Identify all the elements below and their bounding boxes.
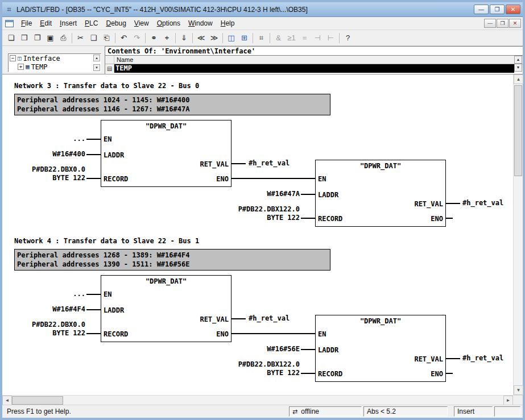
pin-ret-val: RET_VAL bbox=[414, 355, 443, 364]
minimize-button[interactable]: — bbox=[474, 5, 489, 14]
menu-insert[interactable]: Insert bbox=[56, 18, 81, 29]
open-branch-button[interactable]: ⊣ bbox=[311, 32, 324, 44]
dpwr-dat-block[interactable]: "DPWR_DAT" EN LADDR RECORD RET_VAL ENO bbox=[101, 120, 232, 187]
wire bbox=[301, 218, 315, 219]
close-button[interactable]: ✕ bbox=[506, 5, 520, 14]
goto-button[interactable]: ⌖ bbox=[160, 32, 173, 44]
new-button[interactable]: ❏ bbox=[5, 32, 18, 44]
mdi-close-button[interactable]: ✕ bbox=[509, 19, 521, 28]
network-3-comment[interactable]: Peripheral addresses 1024 - 1145: W#16#4… bbox=[14, 94, 330, 115]
fbd-editor-canvas[interactable]: Network 3 : Transfer data to Slave 22 - … bbox=[2, 74, 513, 395]
copy-button[interactable]: ❑ bbox=[87, 32, 100, 44]
context-help-button[interactable]: ? bbox=[341, 32, 354, 44]
vertical-scroll-thumb[interactable] bbox=[514, 85, 522, 176]
cut-button[interactable]: ✂ bbox=[74, 32, 87, 44]
assign-button[interactable]: = bbox=[298, 32, 311, 44]
ret-val-operand[interactable]: #h_ret_val bbox=[249, 314, 290, 323]
wire bbox=[232, 163, 246, 164]
ret-val-operand[interactable]: #h_ret_val bbox=[462, 354, 503, 363]
scroll-up-icon[interactable]: ▲ bbox=[514, 74, 523, 84]
app-window: ⌗ LAD/STL/FBD - [OB35 -- "CYC_INT5" -- 4… bbox=[0, 0, 525, 420]
menu-file[interactable]: File bbox=[17, 18, 36, 29]
close-branch-button[interactable]: ⊢ bbox=[324, 32, 337, 44]
wire bbox=[446, 358, 460, 359]
network-4-title[interactable]: Network 4 : Transfer data to Slave 22 - … bbox=[14, 237, 199, 246]
record-operand[interactable]: P#DB22.DBX0.0 BYTE 122 bbox=[17, 165, 85, 182]
help-icon: ? bbox=[346, 34, 350, 42]
dpwr-dat-block[interactable]: "DPWR_DAT" EN LADDR RECORD RET_VAL ENO bbox=[315, 160, 446, 227]
paste-icon: ⎗ bbox=[104, 34, 109, 43]
scroll-down-icon[interactable]: ▼ bbox=[514, 385, 523, 395]
scroll-left-icon[interactable]: ◄ bbox=[2, 396, 12, 405]
next-error-icon: ≫ bbox=[210, 34, 218, 42]
tree-node-temp[interactable]: + ▦ TEMP bbox=[9, 63, 101, 71]
ret-val-operand[interactable]: #h_ret_val bbox=[249, 159, 290, 168]
open-button[interactable]: ❒ bbox=[18, 32, 31, 44]
laddr-operand[interactable]: W#16#4F4 bbox=[17, 305, 85, 314]
en-operand[interactable]: ... bbox=[17, 135, 85, 143]
open-online-button[interactable]: ❐ bbox=[31, 32, 44, 44]
laddr-operand[interactable]: W#16#400 bbox=[17, 150, 85, 159]
next-error-button[interactable]: ≫ bbox=[208, 32, 221, 44]
tree-scroll-up-icon[interactable]: ▲ bbox=[93, 55, 100, 61]
network-4-comment[interactable]: Peripheral addresses 1268 - 1389: W#16#4… bbox=[14, 249, 330, 271]
monitor-button[interactable]: ⚭ bbox=[147, 32, 160, 44]
menu-options[interactable]: Options bbox=[153, 18, 184, 29]
table-row[interactable]: ▤ TEMP bbox=[105, 64, 523, 73]
expand-icon[interactable]: + bbox=[18, 64, 24, 70]
menu-help[interactable]: Help bbox=[217, 18, 239, 29]
save-icon: ▣ bbox=[47, 34, 53, 42]
record-operand[interactable]: P#DB22.DBX122.0 BYTE 122 bbox=[220, 360, 300, 377]
laddr-operand[interactable]: W#16#56E bbox=[230, 345, 300, 354]
record-operand[interactable]: P#DB22.DBX122.0 BYTE 122 bbox=[220, 205, 300, 222]
table-scroll-up-icon[interactable]: ▲ bbox=[514, 56, 522, 64]
and-box-button[interactable]: & bbox=[272, 32, 285, 44]
collapse-icon[interactable]: − bbox=[10, 55, 16, 61]
wire bbox=[86, 309, 101, 310]
mdi-document-icon[interactable] bbox=[5, 20, 14, 27]
scroll-right-icon[interactable]: ► bbox=[503, 396, 513, 405]
horizontal-scroll-thumb[interactable] bbox=[12, 396, 63, 405]
vertical-scrollbar[interactable]: ▲ ▼ bbox=[513, 74, 523, 395]
interface-icon: ◫ bbox=[18, 55, 22, 62]
menu-debug[interactable]: Debug bbox=[102, 18, 130, 29]
network-button[interactable]: ⌗ bbox=[255, 32, 268, 44]
download-button[interactable]: ⇓ bbox=[177, 32, 191, 44]
network-3-title[interactable]: Network 3 : Transfer data to Slave 22 - … bbox=[14, 82, 199, 90]
mdi-restore-button[interactable]: ❐ bbox=[497, 19, 509, 28]
temp-row-value[interactable]: TEMP bbox=[114, 64, 514, 73]
menu-plc[interactable]: PLC bbox=[81, 18, 102, 29]
en-operand[interactable]: ... bbox=[17, 290, 85, 298]
or-box-button[interactable]: ≥1 bbox=[285, 32, 298, 44]
temp-folder-icon: ▦ bbox=[26, 63, 30, 70]
name-column-header[interactable]: Name bbox=[114, 56, 135, 64]
print-button[interactable]: ⎙ bbox=[57, 32, 70, 44]
table-scroll-down-icon[interactable]: ▼ bbox=[514, 64, 522, 72]
mdi-minimize-button[interactable]: — bbox=[484, 19, 496, 28]
overview-button[interactable]: ⊞ bbox=[238, 32, 251, 44]
network-icon: ⌗ bbox=[259, 34, 263, 43]
redo-button[interactable]: ↷ bbox=[130, 32, 143, 44]
laddr-operand[interactable]: W#16#47A bbox=[230, 190, 300, 198]
record-operand[interactable]: P#DB22.DBX0.0 BYTE 122 bbox=[17, 321, 85, 338]
wire bbox=[86, 139, 101, 140]
prev-error-button[interactable]: ≪ bbox=[195, 32, 208, 44]
menu-view[interactable]: View bbox=[130, 18, 153, 29]
menu-window[interactable]: Window bbox=[184, 18, 217, 29]
dpwr-dat-block[interactable]: "DPWR_DAT" EN LADDR RECORD RET_VAL ENO bbox=[101, 275, 232, 342]
paste-button[interactable]: ⎗ bbox=[100, 32, 113, 44]
table-header-row: Name bbox=[105, 56, 523, 64]
copy-icon: ❑ bbox=[90, 34, 97, 42]
maximize-button[interactable]: ❐ bbox=[490, 5, 505, 14]
pin-en: EN bbox=[318, 175, 326, 184]
ret-val-operand[interactable]: #h_ret_val bbox=[462, 199, 503, 207]
tree-node-interface[interactable]: − ◫ Interface bbox=[9, 54, 101, 63]
save-button[interactable]: ▣ bbox=[44, 32, 57, 44]
split-window-button[interactable]: ◫ bbox=[225, 32, 238, 44]
horizontal-scrollbar[interactable]: ◄ ► bbox=[2, 395, 523, 405]
wire bbox=[301, 194, 315, 195]
undo-button[interactable]: ↶ bbox=[117, 32, 130, 44]
dpwr-dat-block[interactable]: "DPWR_DAT" EN LADDR RECORD RET_VAL ENO bbox=[315, 315, 446, 382]
menu-edit[interactable]: Edit bbox=[36, 18, 56, 29]
tree-scroll-down-icon[interactable]: ▼ bbox=[93, 64, 100, 71]
